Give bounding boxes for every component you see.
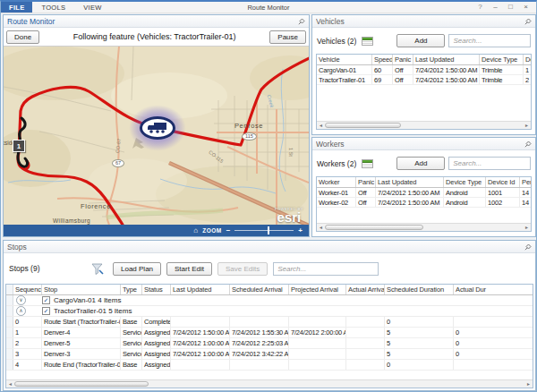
add-worker-button[interactable]: Add xyxy=(396,157,445,170)
zoom-out-button[interactable]: − xyxy=(226,226,231,235)
cell: 0 xyxy=(454,328,533,337)
cell: Off xyxy=(393,65,413,74)
stops-hscrollbar[interactable]: ◄ ► xyxy=(6,379,533,388)
stops-search-input[interactable] xyxy=(273,262,379,276)
table-row[interactable]: ∨✓CargoVan-01 4 Items xyxy=(6,295,533,306)
column-header[interactable]: Stop xyxy=(42,285,121,294)
following-status-text: Following feature (Vehicles: TractorTrai… xyxy=(42,32,267,41)
column-header[interactable]: Actual Dur xyxy=(454,285,533,294)
cell: Service xyxy=(121,349,142,359)
table-row[interactable]: Worker-02Off7/24/2012 1:50:00 AMAndroid1… xyxy=(317,198,531,208)
column-header[interactable]: Scheduled Arrival xyxy=(230,285,289,294)
column-header[interactable]: Type xyxy=(121,285,142,294)
row-gutter xyxy=(6,360,13,370)
add-vehicle-button[interactable]: Add xyxy=(396,34,445,47)
table-row[interactable]: 1Denver-4ServiceAssigned7/24/2012 1:50:0… xyxy=(6,328,533,338)
maximize-button[interactable]: □ xyxy=(503,2,518,13)
pin-icon[interactable] xyxy=(524,17,532,25)
zoom-in-button[interactable]: + xyxy=(298,226,303,235)
column-header[interactable]: De xyxy=(524,55,531,64)
column-header[interactable]: Scheduled Duration xyxy=(385,285,454,294)
table-row[interactable]: 4Route End (TractorTrailer-01)BaseAssign… xyxy=(6,360,533,371)
tractortrailer-marker[interactable] xyxy=(140,116,175,140)
table-row[interactable]: 2Denver-5ServiceAssigned7/24/2012 1:00:0… xyxy=(6,338,533,349)
cell: 7/24/2012 1:50:00 AM xyxy=(171,328,230,337)
pin-icon[interactable] xyxy=(524,140,532,148)
done-button[interactable]: Done xyxy=(6,30,39,44)
cell xyxy=(230,360,289,370)
save-edits-button[interactable]: Save Edits xyxy=(217,262,268,276)
minimize-button[interactable]: – xyxy=(488,2,503,13)
map[interactable]: Penrose Florence Williamsburg Brookside … xyxy=(4,47,309,225)
cell: 0 xyxy=(454,349,533,359)
pin-icon[interactable] xyxy=(524,243,532,251)
pause-button[interactable]: Pause xyxy=(269,30,306,44)
menu-view[interactable]: VIEW xyxy=(74,2,110,13)
scroll-left-icon[interactable]: ◄ xyxy=(317,123,325,128)
row-gutter xyxy=(6,328,13,337)
scroll-right-icon[interactable]: ► xyxy=(524,381,533,387)
column-header[interactable]: Sequence xyxy=(13,285,42,294)
load-plan-button[interactable]: Load Plan xyxy=(113,262,161,276)
group-expander-icon[interactable]: ∨ xyxy=(16,295,26,305)
cell: Worker-01 xyxy=(317,188,356,197)
column-header[interactable]: Device Type xyxy=(480,55,524,64)
cell: Route End (TractorTrailer-01) xyxy=(42,360,121,370)
pin-icon[interactable] xyxy=(297,17,305,25)
table-row[interactable]: ∧✓TractorTrailer-01 5 Items xyxy=(6,306,533,317)
column-header[interactable]: Status xyxy=(142,285,171,294)
route-monitor-panel: Route Monitor Done Following feature (Ve… xyxy=(3,14,310,237)
column-header[interactable]: Actual Arrival xyxy=(346,285,385,294)
group-checkbox[interactable]: ✓ xyxy=(42,296,50,304)
cell: 7/24/2012 1:50:00 AM xyxy=(413,65,480,74)
column-header[interactable]: Speed xyxy=(372,55,393,64)
panel-title: Route Monitor xyxy=(7,17,297,26)
cell: 4 xyxy=(13,360,42,370)
cell: 2 xyxy=(524,75,531,84)
column-header[interactable]: Device Id xyxy=(486,177,520,187)
zoom-slider[interactable] xyxy=(234,230,294,231)
group-checkbox[interactable]: ✓ xyxy=(42,307,50,315)
route-shield-67: 67 xyxy=(112,159,124,167)
scroll-thumb[interactable] xyxy=(325,123,401,128)
start-edit-button[interactable]: Start Edit xyxy=(166,262,212,276)
column-header[interactable]: Device Type xyxy=(444,177,486,187)
vehicles-search-input[interactable] xyxy=(448,34,531,47)
zoom-slider-thumb[interactable] xyxy=(268,226,269,234)
column-header[interactable]: Last Updated xyxy=(376,177,444,187)
scroll-left-icon[interactable]: ◄ xyxy=(317,225,325,230)
cell: 7/24/2012 1:00:00 AM xyxy=(171,349,230,359)
table-row[interactable]: TractorTrailer-0169Off7/24/2012 1:50:00 … xyxy=(317,75,531,85)
table-row[interactable]: CargoVan-0160Off7/24/2012 1:50:00 AMTrim… xyxy=(317,65,531,75)
cell: TractorTrailer-01 xyxy=(317,75,372,84)
scroll-right-icon[interactable]: ► xyxy=(523,123,531,128)
column-header[interactable]: Per H xyxy=(520,177,531,187)
menu-tools[interactable]: TOOLS xyxy=(32,2,74,13)
column-header[interactable]: Last Updated xyxy=(413,55,480,64)
column-header[interactable]: Worker xyxy=(317,177,356,187)
menu-file[interactable]: FILE xyxy=(1,2,32,13)
column-header[interactable]: Vehicle xyxy=(317,55,372,64)
help-button[interactable]: ? xyxy=(473,2,488,13)
scroll-left-icon[interactable]: ◄ xyxy=(6,381,14,387)
column-header[interactable]: Panic xyxy=(356,177,376,187)
workers-hscrollbar[interactable]: ◄ ► xyxy=(317,223,531,231)
table-row[interactable]: 3Denver-3ServiceAssigned7/24/2012 1:00:0… xyxy=(6,349,533,360)
column-header[interactable]: Projected Arrival xyxy=(289,285,346,294)
group-expander-icon[interactable]: ∧ xyxy=(16,306,26,316)
scroll-thumb[interactable] xyxy=(14,381,149,387)
column-header[interactable]: Last Updated xyxy=(171,285,230,294)
stop-marker-1[interactable]: 1 xyxy=(13,140,25,152)
table-row[interactable]: Worker-01Off7/24/2012 1:50:00 AMAndroid1… xyxy=(317,188,531,198)
scroll-right-icon[interactable]: ► xyxy=(523,225,531,230)
column-header[interactable]: Panic xyxy=(393,55,413,64)
workers-search-input[interactable] xyxy=(448,157,531,170)
cell xyxy=(346,328,385,337)
workers-panel: Workers Workers (2) Add WorkerPanicLast … xyxy=(311,137,536,237)
home-icon[interactable]: ⌂ xyxy=(193,226,198,235)
filter-icon[interactable] xyxy=(91,263,104,275)
scroll-thumb[interactable] xyxy=(325,225,423,230)
vehicles-hscrollbar[interactable]: ◄ ► xyxy=(317,121,531,129)
close-button[interactable]: × xyxy=(518,2,533,13)
table-row[interactable]: 0Route Start (TractorTrailer-01)BaseComp… xyxy=(6,317,533,328)
